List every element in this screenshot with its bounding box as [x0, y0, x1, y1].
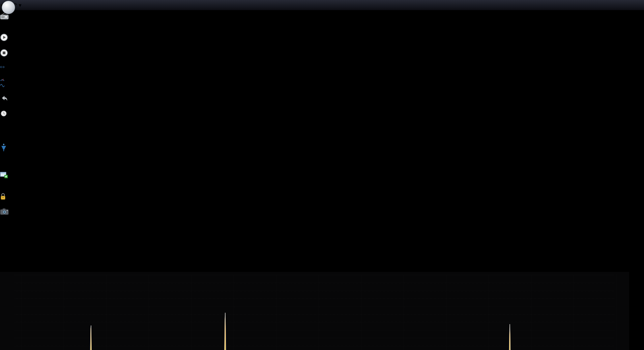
screenshot-label: Screenshot: [0, 217, 27, 222]
bandwidth-caret-icon: ▾: [0, 71, 3, 76]
sdr-console-window: ★ ⚙ ↶ ▾ Home View Receive Transmit Rec/P…: [0, 0, 644, 350]
lock-label: Lock: [0, 202, 11, 208]
noise-blanker-enable-label: Enable: [0, 253, 17, 259]
camera-icon: [0, 211, 9, 216]
radio-icon: [0, 15, 9, 21]
auto-mute-options-label: Options: [6, 241, 25, 247]
application-menu-button[interactable]: [2, 1, 15, 14]
ribbon: Select Radio Start Stop Bandwidth ▾: [0, 12, 644, 272]
app-logo-icon: [5, 4, 12, 11]
ribbon-group-radio: Select Radio Start Stop Bandwidth ▾: [0, 12, 83, 95]
ribbon-group-rx-frequency: Previous History ▾ RX Frequency: [0, 95, 32, 143]
select-radio-label: Select Radio: [0, 21, 15, 33]
ribbon-group-wideband-dsp: Auto-mute: Enable ⚙ Options Noise Blanke…: [0, 229, 56, 272]
auto-mute-header: Auto-mute:: [0, 229, 56, 235]
noise-blanker-enable-checkbox[interactable]: Enable: [0, 253, 56, 259]
spectrum-display: -58 dBm-60 dBm-62 dBm-64 dBm-66 dBm-68 d…: [0, 272, 644, 350]
calibration-label: Calibration: [6, 77, 32, 83]
previous-label: Previous: [0, 104, 21, 109]
history-icon: [0, 113, 7, 118]
calibration-icon: [0, 77, 5, 82]
auto-mute-enable-checkbox[interactable]: Enable: [0, 235, 56, 241]
bandwidth-icon: [0, 65, 5, 69]
noise-blanker-options-button[interactable]: ⚙ Options: [0, 259, 56, 266]
toolbar-customize-icon[interactable]: ▾: [19, 2, 21, 8]
child-instance-button[interactable]: Child Instance: [0, 171, 17, 192]
start-icon: [0, 37, 8, 42]
select-radio-button[interactable]: Select Radio: [0, 12, 17, 33]
auto-mute-enable-label: Enable: [0, 235, 17, 241]
options-gear-icon: ⚙: [0, 241, 5, 247]
child-instance-label: Child Instance: [0, 180, 20, 192]
always-on-top-label: Always On Top: [0, 153, 17, 171]
group-label-radio: Radio: [0, 89, 83, 95]
calibration-button[interactable]: Calibration: [0, 77, 32, 83]
start-button[interactable]: Start: [0, 33, 13, 49]
group-label-rx-frequency: RX Frequency: [0, 131, 32, 143]
previous-icon: [0, 98, 8, 103]
start-label: Start: [0, 43, 11, 49]
lock-icon: [0, 196, 6, 201]
stop-label: Stop: [0, 58, 11, 64]
child-instance-icon: [0, 174, 8, 180]
noise-blanker-options-label: Options: [6, 260, 25, 265]
history-button[interactable]: History ▾: [0, 110, 15, 131]
ribbon-group-extras: Always On Top Child Instance Lock Screen…: [0, 143, 69, 229]
always-on-top-icon: [0, 147, 7, 153]
group-label-wideband-dsp: Wideband DSP: [0, 266, 56, 272]
stop-icon: [0, 52, 8, 58]
previous-button[interactable]: Previous: [0, 95, 15, 110]
noise-blanker-header: Noise Blanker:: [0, 247, 56, 253]
frequency-button[interactable]: Frequency: [0, 83, 32, 89]
titlebar: ★ ⚙ ↶ ▾: [0, 0, 644, 10]
always-on-top-button[interactable]: Always On Top: [0, 143, 17, 171]
bandwidth-button[interactable]: Bandwidth ▾: [0, 64, 32, 77]
stop-button[interactable]: Stop: [0, 49, 13, 64]
group-label-extras: Extras: [0, 223, 69, 229]
screenshot-button[interactable]: Screenshot: [0, 208, 22, 223]
frequency-label: Frequency: [6, 83, 32, 89]
frequency-icon: [0, 84, 5, 88]
history-label: History: [0, 119, 17, 124]
spectrum-canvas[interactable]: [0, 272, 629, 350]
history-caret-icon: ▾: [0, 125, 3, 131]
bandwidth-label: Bandwidth: [6, 64, 31, 70]
auto-mute-options-button[interactable]: ⚙ Options: [0, 241, 56, 247]
options-gear-icon: ⚙: [0, 260, 5, 265]
lock-button[interactable]: Lock: [0, 192, 11, 208]
